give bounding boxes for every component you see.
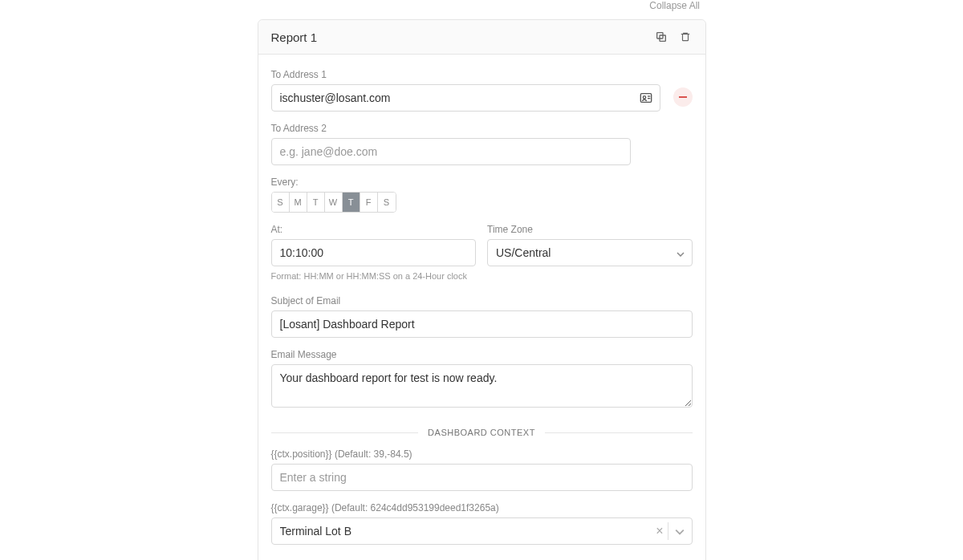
day-btn-4[interactable]: T xyxy=(343,193,360,212)
svg-rect-2 xyxy=(682,34,688,41)
timezone-label: Time Zone xyxy=(487,224,693,235)
report-card: Report 1 To Address 1 xyxy=(258,19,706,560)
svg-rect-5 xyxy=(679,96,687,98)
to-address-2-label: To Address 2 xyxy=(271,123,631,134)
message-textarea[interactable] xyxy=(271,364,693,408)
day-btn-6[interactable]: S xyxy=(378,193,396,212)
day-picker: SMTWTFS xyxy=(271,192,396,213)
address-book-icon[interactable] xyxy=(640,92,652,103)
subject-label: Subject of Email xyxy=(271,295,693,306)
ctx-position-label: {{ctx.position}} (Default: 39,-84.5) xyxy=(271,448,693,460)
report-title: Report 1 xyxy=(271,30,318,44)
day-btn-3[interactable]: W xyxy=(325,193,343,212)
day-btn-2[interactable]: T xyxy=(307,193,325,212)
at-label: At: xyxy=(271,224,477,235)
day-btn-5[interactable]: F xyxy=(360,193,378,212)
message-label: Email Message xyxy=(271,349,693,360)
divider xyxy=(271,432,419,433)
to-address-2-input[interactable] xyxy=(271,138,631,165)
delete-icon[interactable] xyxy=(678,30,693,44)
day-btn-0[interactable]: S xyxy=(272,193,290,212)
ctx-garage-select[interactable] xyxy=(271,517,693,545)
remove-address-button[interactable] xyxy=(673,87,693,107)
to-address-1-label: To Address 1 xyxy=(271,69,660,80)
separator xyxy=(668,522,668,540)
subject-input[interactable] xyxy=(271,310,693,338)
day-btn-1[interactable]: M xyxy=(290,193,307,212)
ctx-garage-label: {{ctx.garage}} (Default: 624c4dd953199de… xyxy=(271,502,693,513)
every-label: Every: xyxy=(271,177,631,188)
duplicate-icon[interactable] xyxy=(654,30,668,44)
context-heading: DASHBOARD CONTEXT xyxy=(428,428,535,437)
to-address-1-input[interactable] xyxy=(271,84,660,112)
report-header: Report 1 xyxy=(258,20,705,55)
clear-icon[interactable]: × xyxy=(656,525,663,538)
at-input[interactable] xyxy=(271,239,477,266)
timezone-select[interactable] xyxy=(487,239,693,266)
collapse-all-link[interactable]: Collapse All xyxy=(0,0,963,19)
divider xyxy=(545,432,693,433)
at-hint: Format: HH:MM or HH:MM:SS on a 24-Hour c… xyxy=(271,271,693,281)
ctx-position-input[interactable] xyxy=(271,464,693,491)
svg-point-4 xyxy=(643,96,645,99)
chevron-down-icon[interactable] xyxy=(675,525,685,538)
